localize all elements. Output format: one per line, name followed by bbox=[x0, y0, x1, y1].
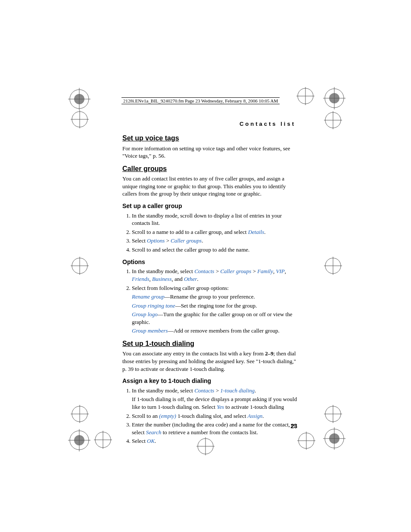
list-item: Scroll to a name to add to a caller grou… bbox=[132, 228, 297, 236]
steps-assign-key: In the standby mode, select Contacts > 1… bbox=[122, 387, 297, 445]
list-item: Select Options > Caller groups. bbox=[132, 237, 297, 245]
heading-caller-groups: Caller groups bbox=[122, 164, 297, 174]
ui-group-ringing-tone: Group ringing tone bbox=[132, 302, 175, 309]
ui-business: Business bbox=[152, 276, 172, 282]
ui-other: Other bbox=[184, 276, 197, 282]
reg-mark-bot-left-c bbox=[94, 431, 112, 449]
reg-mark-mid-left bbox=[71, 257, 89, 275]
reg-mark-bot-right-c bbox=[297, 432, 315, 450]
ui-empty: (empty) bbox=[159, 413, 176, 419]
list-item: In the standby mode, select Contacts > C… bbox=[132, 268, 297, 283]
reg-mark-top-left-inner bbox=[71, 110, 89, 128]
ui-contacts-2: Contacts bbox=[194, 387, 214, 394]
reg-mark-bot-right-a bbox=[324, 405, 342, 423]
reg-mark-top-right-c bbox=[324, 111, 342, 129]
reg-mark-top-right-b bbox=[323, 87, 346, 109]
ui-ok: OK bbox=[147, 438, 155, 444]
list-item: In the standby mode, select Contacts > 1… bbox=[132, 387, 297, 411]
ui-details: Details bbox=[248, 229, 265, 235]
reg-mark-bot-left-b bbox=[68, 429, 90, 451]
reg-mark-bot-left-a bbox=[71, 405, 89, 423]
ui-assign: Assign bbox=[248, 413, 263, 419]
ui-1touch-dialing: 1-touch dialing bbox=[220, 387, 255, 394]
ui-search: Search bbox=[146, 429, 162, 436]
heading-setup-caller-group: Set up a caller group bbox=[122, 202, 297, 210]
reg-mark-bot-right-b bbox=[323, 427, 346, 450]
ui-caller-groups-2: Caller groups bbox=[220, 268, 251, 274]
ui-contacts: Contacts bbox=[194, 268, 214, 274]
heading-assign-key: Assign a key to 1-touch dialing bbox=[122, 377, 297, 385]
para-1touch: You can associate any entry in the conta… bbox=[122, 350, 297, 373]
page-number: 23 bbox=[290, 423, 297, 429]
list-item: In the standby mode, scroll down to disp… bbox=[132, 212, 297, 227]
page-content: Set up voice tags For more information o… bbox=[122, 129, 297, 447]
list-item: Scroll to and select the caller group to… bbox=[132, 246, 297, 254]
steps-setup-caller-group: In the standby mode, scroll down to disp… bbox=[122, 212, 297, 254]
para-caller-groups: You can add contact list entries to any … bbox=[122, 175, 297, 198]
heading-options: Options bbox=[122, 258, 297, 266]
ui-vip: VIP bbox=[276, 268, 285, 274]
para-voice-tags: For more information on setting up voice… bbox=[122, 145, 297, 160]
ui-friends: Friends bbox=[132, 276, 149, 282]
ui-options: Options bbox=[147, 237, 165, 244]
list-item: Scroll to an (empty) 1-touch dialing slo… bbox=[132, 412, 297, 420]
ui-group-members: Group members bbox=[132, 327, 168, 334]
ui-family: Family bbox=[257, 268, 273, 274]
heading-voice-tags: Set up voice tags bbox=[122, 134, 297, 143]
reg-mark-mid-right bbox=[324, 257, 342, 275]
list-item: Enter the number (including the area cod… bbox=[132, 421, 297, 436]
ui-caller-groups: Caller groups bbox=[171, 237, 202, 244]
list-item: Select OK. bbox=[132, 437, 297, 445]
steps-options: In the standby mode, select Contacts > C… bbox=[122, 268, 297, 334]
key-range: 2–9 bbox=[265, 350, 274, 357]
ui-rename-group: Rename group bbox=[132, 293, 165, 300]
ui-yes: Yes bbox=[217, 404, 224, 410]
list-item: Select from following caller group optio… bbox=[132, 284, 297, 335]
page-header: 2128i.ENv1a_BIL_9240270.fm Page 23 Wedne… bbox=[121, 97, 280, 104]
heading-1touch: Set up 1-touch dialing bbox=[122, 339, 297, 348]
reg-mark-top-right-a bbox=[296, 87, 314, 105]
ui-group-logo: Group logo bbox=[132, 311, 158, 317]
reg-mark-top-left bbox=[68, 88, 90, 110]
chapter-title: Contacts list bbox=[240, 121, 296, 127]
